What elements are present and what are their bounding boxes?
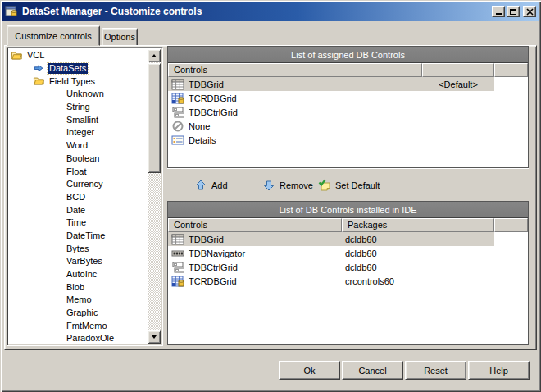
cancel-button[interactable]: Cancel [342, 361, 403, 380]
tree-item-boolean[interactable]: Boolean [9, 153, 148, 166]
tree-item-label: Smallint [65, 115, 100, 125]
assigned-row-tcrdbgrid[interactable]: TCRDBGrid [168, 91, 528, 105]
tree-item-label: ParadoxOle [65, 333, 116, 344]
installed-panel-title: List of DB Controls installed in IDE [279, 205, 416, 215]
minimize-button[interactable] [492, 6, 505, 17]
column-header-blank[interactable] [494, 218, 528, 232]
tree-item-label: Integer [65, 127, 96, 138]
ok-button[interactable]: Ok [279, 361, 340, 380]
tree-item-datasets[interactable]: DataSets [9, 62, 148, 75]
maximize-button[interactable] [507, 6, 520, 17]
tree-item-time[interactable]: Time [9, 217, 148, 230]
tree-item-label: String [65, 102, 92, 112]
installed-row-tdbgrid[interactable]: TDBGrid dcldb60 [168, 232, 528, 246]
tree-item-label: Float [65, 166, 88, 177]
tree-item-label: VarBytes [65, 256, 104, 267]
tree-item-paradoxole[interactable]: ParadoxOle [9, 332, 148, 344]
assigned-panel-header: List of assigned DB Controls [168, 47, 528, 63]
tree-item-graphic[interactable]: Graphic [9, 307, 148, 320]
assigned-column-headers: Controls [168, 63, 528, 77]
tree-item-word[interactable]: Word [9, 139, 148, 153]
tab-customize-controls[interactable]: Customize controls [7, 25, 100, 46]
none-icon [171, 120, 184, 133]
reset-button[interactable]: Reset [405, 361, 466, 380]
dataset-arrow-icon [33, 63, 45, 75]
tree-item-currency[interactable]: Currency [9, 178, 148, 191]
tree-item-label: AutoInc [65, 269, 98, 280]
tree-item-bytes[interactable]: Bytes [9, 242, 148, 255]
tree-item-date[interactable]: Date [9, 203, 148, 217]
remove-button[interactable]: Remove [260, 176, 316, 194]
tree-item-label: Bytes [65, 244, 91, 254]
help-button[interactable]: Help [468, 361, 530, 380]
package-name: dcldb60 [342, 260, 494, 274]
tree-item-string[interactable]: String [9, 101, 148, 114]
control-name: TDBCtrlGrid [189, 107, 238, 117]
scroll-up-button[interactable] [148, 49, 161, 62]
tree-item-unknown[interactable]: Unknown [9, 88, 148, 101]
scrollbar-thumb[interactable] [148, 63, 161, 173]
control-name: TCRDBGrid [189, 276, 237, 286]
folder-open-icon [33, 75, 45, 87]
help-button-label: Help [489, 366, 508, 376]
column-header-blank[interactable] [422, 63, 494, 77]
tree-item-memo[interactable]: Memo [9, 294, 148, 307]
control-name: TDBGrid [189, 235, 224, 244]
column-header-controls[interactable]: Controls [168, 218, 342, 232]
assigned-row-tdbgrid[interactable]: TDBGrid <Default> [168, 77, 528, 91]
installed-column-headers: Controls Packages [168, 218, 528, 232]
control-name: TDBGrid [189, 80, 224, 89]
installed-row-tcrdbgrid[interactable]: TCRDBGrid crcontrols60 [168, 274, 528, 288]
installed-row-tdbctrlgrid[interactable]: TDBCtrlGrid dcldb60 [168, 260, 528, 274]
close-button[interactable] [523, 6, 536, 17]
tree-item-integer[interactable]: Integer [9, 126, 148, 139]
titlebar[interactable]: DataSet Manager - Customize controls [2, 2, 539, 21]
installed-controls-panel: List of DB Controls installed in IDE Con… [167, 201, 529, 345]
set-default-check-icon [318, 179, 331, 192]
tree-item-blob[interactable]: Blob [9, 280, 148, 294]
tree-item-datetime[interactable]: DateTime [9, 230, 148, 243]
tree-item-varbytes[interactable]: VarBytes [9, 255, 148, 268]
control-name: Details [189, 135, 216, 145]
tree-item-label: DateTime [65, 230, 107, 241]
assigned-row-none[interactable]: None [168, 119, 528, 133]
tree-item-label: Graphic [65, 308, 100, 318]
tree-item-fmtmemo[interactable]: FmtMemo [9, 319, 148, 332]
tree-item-label: Memo [65, 294, 93, 305]
tree-item-label: Time [65, 217, 88, 228]
tree-item-bcd[interactable]: BCD [9, 191, 148, 204]
column-header-controls[interactable]: Controls [168, 63, 422, 77]
tree-item-vcl[interactable]: VCL [9, 49, 148, 62]
set-default-button[interactable]: Set Default [316, 176, 382, 194]
package-name: dcldb60 [342, 232, 494, 246]
tree-item-label: Word [65, 140, 89, 151]
tab-options[interactable]: Options [102, 28, 138, 46]
assigned-panel-title: List of assigned DB Controls [291, 50, 405, 60]
assigned-row-details[interactable]: Details [168, 133, 528, 147]
ok-button-label: Ok [303, 366, 315, 376]
scroll-down-button[interactable] [148, 330, 161, 344]
assigned-row-tdbctrlgrid[interactable]: TDBCtrlGrid [168, 105, 528, 119]
tree-item-label: Field Types [48, 76, 97, 87]
add-button[interactable]: Add [192, 176, 230, 194]
tree-item-label: FmtMemo [65, 321, 109, 331]
installed-row-tdbnavigator[interactable]: TDBNavigator dcldb60 [168, 246, 528, 260]
tree-item-autoinc[interactable]: AutoInc [9, 268, 148, 281]
tree-item-label: Blob [65, 282, 86, 293]
tree-scrollbar[interactable] [148, 49, 161, 344]
tree-item-float[interactable]: Float [9, 165, 148, 178]
tree-item-label: Date [65, 205, 87, 216]
default-marker: <Default> [422, 77, 494, 91]
tree-item-smallint[interactable]: Smallint [9, 113, 148, 126]
arrow-up-icon [194, 179, 207, 192]
tree-item-label: VCL [25, 50, 46, 61]
column-header-blank[interactable] [494, 63, 528, 77]
control-name: TDBNavigator [189, 248, 245, 258]
folder-open-icon [11, 50, 23, 62]
column-header-packages[interactable]: Packages [342, 218, 494, 232]
reset-button-label: Reset [424, 366, 448, 376]
package-name: crcontrols60 [342, 274, 494, 288]
arrow-down-icon [262, 179, 275, 192]
assign-toolbar: Add Remove Set Default [167, 168, 529, 201]
tree-item-field-types[interactable]: Field Types [9, 75, 148, 88]
